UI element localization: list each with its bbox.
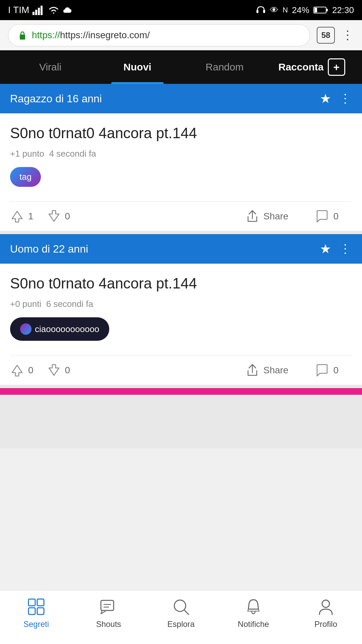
upvote-button[interactable]: 0 (10, 363, 34, 377)
upvote-icon (10, 363, 24, 377)
status-bar: I TIM 👁 N 24% (0, 0, 362, 20)
downvote-count: 0 (65, 365, 70, 376)
n-icon: N (283, 6, 288, 14)
downvote-icon (47, 363, 61, 377)
tab-nuovi[interactable]: Nuovi (94, 50, 181, 84)
svg-rect-14 (101, 600, 114, 610)
url-text: https://https://insegreto.com/ (32, 30, 150, 41)
nav-label-esplora: Esplora (167, 620, 194, 629)
post-title[interactable]: S0no t0rnato 4ancora pt.144 (10, 274, 352, 293)
nav-item-profilo[interactable]: Profilo (290, 597, 362, 629)
upvote-count: 0 (28, 365, 34, 376)
racconta-button[interactable]: Racconta + (268, 50, 355, 84)
battery-icon (313, 6, 328, 14)
share-button[interactable]: Share (245, 209, 289, 223)
comment-icon (315, 363, 329, 377)
downvote-button[interactable]: 0 (47, 363, 70, 377)
browser-bar: https://https://insegreto.com/ 58 ⋮ (0, 20, 362, 50)
downvote-button[interactable]: 0 (47, 209, 70, 223)
post-secondary-actions: Share 0 (245, 209, 352, 223)
share-label: Share (263, 211, 289, 222)
comment-button[interactable]: 0 (315, 363, 339, 377)
post-author: Uomo di 22 anni (10, 243, 88, 255)
post-points: +0 punti (10, 299, 41, 309)
share-icon (245, 363, 259, 377)
downvote-icon (47, 209, 61, 223)
svg-rect-12 (28, 608, 35, 614)
url-https: https:// (32, 30, 60, 40)
svg-rect-0 (33, 12, 35, 15)
post-body: S0no t0rnat0 4ancora pt.144 +1 punto 4 s… (0, 113, 362, 202)
tab-count[interactable]: 58 (317, 27, 335, 44)
tab-virali[interactable]: Virali (7, 50, 94, 84)
post-card: Ragazzo di 16 anni ★ ⋮ S0no t0rnat0 4anc… (0, 84, 362, 231)
segreti-icon (26, 597, 46, 617)
status-right: 👁 N 24% 22:30 (256, 5, 354, 15)
comment-count: 0 (333, 211, 339, 222)
svg-rect-5 (263, 10, 265, 13)
more-options-icon[interactable]: ⋮ (339, 242, 352, 256)
svg-point-19 (322, 600, 329, 607)
svg-rect-3 (41, 6, 43, 15)
share-label: Share (263, 365, 289, 376)
post-time: 4 secondi fa (49, 149, 96, 159)
post-card: Uomo di 22 anni ★ ⋮ S0no t0rnato 4ancora… (0, 234, 362, 385)
nav-item-notifiche[interactable]: Notifiche (217, 597, 290, 629)
more-button[interactable]: ⋮ (342, 28, 354, 42)
svg-rect-7 (326, 9, 328, 11)
star-icon[interactable]: ★ (320, 241, 331, 256)
share-icon (245, 209, 259, 223)
more-options-icon[interactable]: ⋮ (339, 92, 352, 106)
tab-random[interactable]: Random (181, 50, 268, 84)
post-tag[interactable]: tag (10, 167, 41, 187)
nav-label-notifiche: Notifiche (238, 620, 269, 629)
signal-icon (33, 5, 45, 15)
share-button[interactable]: Share (245, 363, 289, 377)
upvote-count: 1 (28, 211, 34, 222)
svg-rect-10 (28, 599, 35, 606)
post-tag[interactable]: ciaooooooooooo (10, 317, 109, 341)
star-icon[interactable]: ★ (320, 91, 331, 106)
nav-item-esplora[interactable]: Esplora (145, 597, 217, 629)
eye-icon: 👁 (270, 5, 279, 15)
comment-count: 0 (333, 365, 339, 376)
svg-rect-8 (314, 8, 317, 12)
time-label: 22:30 (332, 5, 354, 15)
headphone-icon (256, 5, 266, 15)
svg-line-18 (184, 610, 189, 614)
nav-item-shouts[interactable]: Shouts (72, 597, 145, 629)
comment-button[interactable]: 0 (315, 209, 339, 223)
lock-icon (18, 30, 26, 40)
post-header-actions: ★ ⋮ (320, 91, 352, 106)
svg-rect-9 (20, 35, 25, 40)
post-body: S0no t0rnato 4ancora pt.144 +0 punti 6 s… (0, 264, 362, 356)
post-header: Uomo di 22 anni ★ ⋮ (0, 234, 362, 264)
profilo-icon (316, 597, 336, 617)
svg-rect-4 (256, 10, 258, 13)
content-area: Ragazzo di 16 anni ★ ⋮ S0no t0rnat0 4anc… (0, 84, 362, 448)
shouts-icon (99, 597, 119, 617)
upvote-button[interactable]: 1 (10, 209, 34, 223)
post-actions: 0 0 Share (0, 356, 362, 385)
post-meta: +0 punti 6 secondi fa (10, 299, 352, 309)
post-header: Ragazzo di 16 anni ★ ⋮ (0, 84, 362, 113)
tag-container: tag (10, 167, 352, 187)
status-left: I TIM (8, 5, 73, 15)
nav-label-segreti: Segreti (23, 620, 49, 629)
svg-rect-11 (37, 599, 44, 606)
pink-preview-bar (0, 388, 362, 395)
comment-icon (315, 209, 329, 223)
post-title[interactable]: S0no t0rnat0 4ancora pt.144 (10, 123, 352, 143)
post-time: 6 secondi fa (46, 299, 93, 309)
svg-rect-2 (38, 8, 40, 15)
post-secondary-actions: Share 0 (245, 363, 352, 377)
wifi-icon (48, 6, 59, 14)
nav-item-segreti[interactable]: Segreti (0, 597, 72, 629)
nav-label-shouts: Shouts (96, 620, 121, 629)
bottom-nav: Segreti Shouts Esplora (0, 590, 362, 644)
post-actions: 1 0 Share (0, 202, 362, 231)
svg-rect-1 (35, 10, 37, 15)
nav-label-profilo: Profilo (314, 620, 337, 629)
url-bar[interactable]: https://https://insegreto.com/ (8, 24, 310, 46)
notifiche-icon (243, 597, 263, 617)
